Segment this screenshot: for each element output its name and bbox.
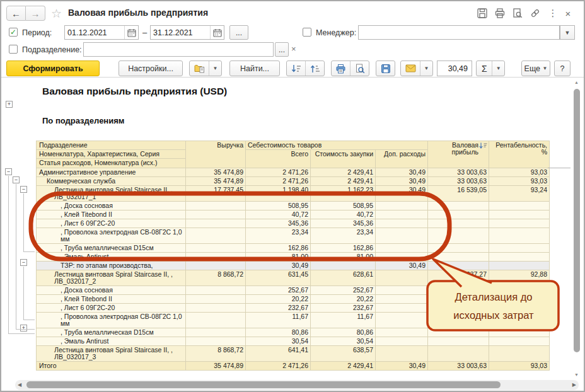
manager-field[interactable] xyxy=(358,25,560,40)
row-name-cell[interactable]: , Лист 6 09Г2С-20 xyxy=(37,304,186,313)
help-button[interactable]: ? xyxy=(554,61,571,76)
row-value-cell[interactable] xyxy=(186,295,246,304)
row-value-cell[interactable] xyxy=(376,304,428,313)
horizontal-scrollbar-thumb[interactable] xyxy=(26,381,501,388)
division-checkbox[interactable] xyxy=(9,45,18,54)
row-value-cell[interactable]: 35 474,89 xyxy=(186,168,246,177)
row-value-cell[interactable] xyxy=(376,328,428,337)
row-value-cell[interactable] xyxy=(428,219,489,228)
row-value-cell[interactable] xyxy=(428,304,489,313)
row-value-cell[interactable] xyxy=(376,210,428,219)
row-name-cell[interactable]: ТЗР: по этапам производства, xyxy=(37,262,186,270)
variants-dropdown[interactable]: ▼ xyxy=(209,61,221,76)
row-value-cell[interactable] xyxy=(489,253,550,262)
favorite-star-icon[interactable]: ☆ xyxy=(51,6,62,21)
row-value-cell[interactable]: 80,86 xyxy=(246,328,311,337)
row-value-cell[interactable]: 30,49 xyxy=(376,362,428,371)
row-name-cell[interactable]: , Эмаль Antirust xyxy=(37,337,186,346)
link-window-button[interactable] xyxy=(528,7,542,20)
expand-groups-button[interactable] xyxy=(305,61,324,76)
row-value-cell[interactable] xyxy=(489,346,550,362)
period-to-input[interactable] xyxy=(151,26,210,39)
period-from-field[interactable] xyxy=(64,25,139,40)
group-toggle-level1[interactable]: − xyxy=(5,168,12,175)
row-value-cell[interactable]: 33 003,63 xyxy=(428,177,489,186)
row-value-cell[interactable]: 631,45 xyxy=(246,270,311,286)
close-window-button[interactable]: × xyxy=(561,7,575,20)
row-value-cell[interactable] xyxy=(428,228,489,244)
period-range-button[interactable]: ... xyxy=(229,25,248,40)
row-value-cell[interactable]: 23,34 xyxy=(246,228,311,244)
row-value-cell[interactable] xyxy=(186,202,246,210)
row-value-cell[interactable]: 11,67 xyxy=(246,313,311,328)
calendar-icon[interactable] xyxy=(124,26,138,39)
print-preview-button[interactable] xyxy=(350,61,369,76)
row-value-cell[interactable] xyxy=(428,253,489,262)
row-value-cell[interactable]: 8 868,72 xyxy=(186,270,246,286)
row-value-cell[interactable] xyxy=(428,313,489,328)
group-toggle-item3[interactable]: + xyxy=(20,325,27,331)
print-window-button[interactable] xyxy=(493,7,507,20)
row-value-cell[interactable]: 16 539,05 xyxy=(428,186,489,202)
row-name-cell[interactable]: , Клей Titebond II xyxy=(37,210,186,219)
row-value-cell[interactable]: 30,49 xyxy=(376,168,428,177)
row-value-cell[interactable]: 252,67 xyxy=(311,286,376,295)
row-value-cell[interactable] xyxy=(186,286,246,295)
row-value-cell[interactable] xyxy=(428,202,489,210)
period-from-input[interactable] xyxy=(65,26,124,39)
row-name-cell[interactable]: , Труба мелаллическая D15см xyxy=(37,244,186,253)
row-value-cell[interactable]: 30,49 xyxy=(376,177,428,186)
row-value-cell[interactable]: 81,00 xyxy=(246,253,311,262)
row-value-cell[interactable]: 232,67 xyxy=(246,304,311,313)
send-dropdown[interactable]: ▼ xyxy=(420,61,432,76)
row-value-cell[interactable]: 345,36 xyxy=(311,219,376,228)
row-value-cell[interactable]: 8 237,27 xyxy=(428,270,489,286)
row-value-cell[interactable] xyxy=(489,219,550,228)
row-value-cell[interactable]: 11,67 xyxy=(311,313,376,328)
header-profit-sortable[interactable]: Валовая прибыль xyxy=(428,141,489,168)
group-toggle-item2[interactable]: − xyxy=(20,259,27,266)
row-name-cell[interactable]: , Проволока электродная СВ-08Г2С 1,0 мм xyxy=(37,313,186,328)
row-value-cell[interactable] xyxy=(376,295,428,304)
row-value-cell[interactable]: 2 471,26 xyxy=(246,168,311,177)
save-window-button[interactable] xyxy=(475,7,489,20)
row-value-cell[interactable]: 93,03 xyxy=(489,168,550,177)
row-name-cell[interactable]: , Эмаль Antirust xyxy=(37,253,186,262)
row-value-cell[interactable]: 1 198,40 xyxy=(246,186,311,202)
print-button[interactable] xyxy=(332,61,350,76)
period-to-field[interactable] xyxy=(150,25,224,40)
row-value-cell[interactable]: 508,95 xyxy=(246,202,311,210)
more-button[interactable]: Еще ▼ xyxy=(521,61,550,76)
row-value-cell[interactable]: 23,34 xyxy=(311,228,376,244)
row-value-cell[interactable] xyxy=(186,228,246,244)
row-name-cell[interactable]: Лестница винтовая Spiral Staircase II, ,… xyxy=(37,270,186,286)
row-name-cell[interactable]: Лестница винтовая Spiral Staircase II, ,… xyxy=(37,346,186,362)
row-value-cell[interactable]: 2 471,26 xyxy=(246,177,311,186)
row-value-cell[interactable]: 30,54 xyxy=(246,337,311,346)
row-value-cell[interactable] xyxy=(489,202,550,210)
row-name-cell[interactable]: Коммерческая служба xyxy=(37,177,186,186)
row-value-cell[interactable]: 92,88 xyxy=(489,270,550,286)
generate-button[interactable]: Сформировать xyxy=(6,61,100,76)
report-variants-button[interactable] xyxy=(190,61,209,76)
row-name-cell[interactable]: , Проволока электродная СВ-08Г2С 1,0 мм xyxy=(37,228,186,244)
more-window-button[interactable]: ⋮ xyxy=(546,7,560,20)
row-value-cell[interactable]: 35 474,89 xyxy=(186,177,246,186)
vertical-scrollbar-thumb[interactable] xyxy=(574,89,580,352)
row-value-cell[interactable]: 641,41 xyxy=(246,346,311,362)
back-button[interactable]: ← xyxy=(6,6,26,21)
division-input[interactable] xyxy=(84,43,273,56)
row-value-cell[interactable] xyxy=(489,286,550,295)
row-value-cell[interactable] xyxy=(186,262,246,270)
row-value-cell[interactable] xyxy=(186,244,246,253)
row-value-cell[interactable] xyxy=(186,219,246,228)
row-value-cell[interactable]: 30,54 xyxy=(311,337,376,346)
group-toggle-level2[interactable]: − xyxy=(13,176,20,183)
row-value-cell[interactable]: 2 429,41 xyxy=(311,362,376,371)
row-name-cell[interactable]: , Доска сосновая xyxy=(37,286,186,295)
row-name-cell[interactable]: Административное управление xyxy=(37,168,186,177)
row-value-cell[interactable] xyxy=(311,262,376,270)
row-value-cell[interactable] xyxy=(186,304,246,313)
row-value-cell[interactable] xyxy=(428,210,489,219)
find-button[interactable]: Найти... xyxy=(229,61,280,76)
